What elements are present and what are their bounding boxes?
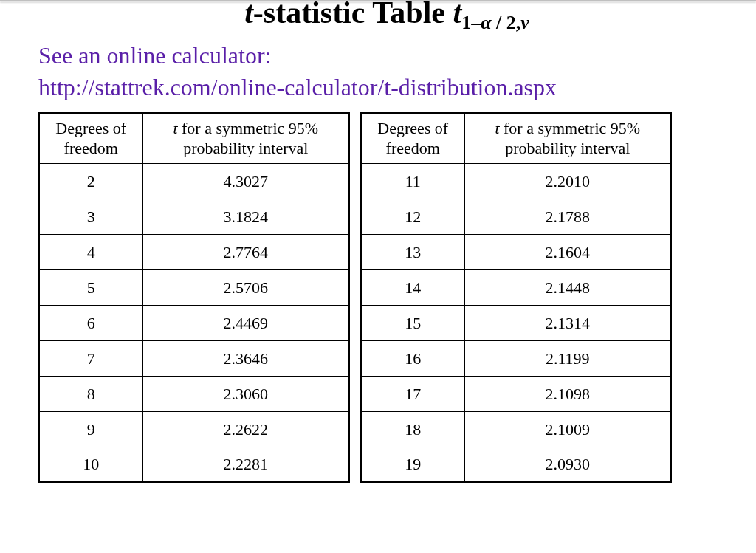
cell-df: 12 <box>361 199 464 234</box>
cell-tvalue: 2.2281 <box>142 447 349 482</box>
cell-tvalue: 2.2010 <box>464 163 671 199</box>
table-header-row: Degrees of freedom t for a symmetric 95%… <box>361 113 671 164</box>
cell-df: 6 <box>39 305 142 340</box>
table-row: 42.7764 <box>39 234 349 269</box>
col-header-tvalue-rest1: for a symmetric 95% <box>500 119 641 137</box>
cell-df: 3 <box>39 199 142 234</box>
page-title: t-statistic Table t1–α / 2,ν <box>38 0 735 34</box>
intro-line-1: See an online calculator: <box>38 40 735 72</box>
col-header-df-line2: freedom <box>386 139 440 157</box>
page-content: t-statistic Table t1–α / 2,ν See an onli… <box>0 0 756 498</box>
cell-tvalue: 2.0930 <box>464 447 671 482</box>
cell-df: 14 <box>361 269 464 305</box>
cell-df: 10 <box>39 447 142 482</box>
intro-url: http://stattrek.com/online-calculator/t-… <box>38 72 735 103</box>
cell-df: 13 <box>361 234 464 269</box>
cell-df: 15 <box>361 305 464 340</box>
cell-tvalue: 2.5706 <box>142 269 349 305</box>
cell-tvalue: 2.1098 <box>464 376 671 411</box>
table-row: 33.1824 <box>39 199 349 234</box>
col-header-df-line2: freedom <box>64 139 118 157</box>
cell-tvalue: 2.1199 <box>464 340 671 376</box>
table-row: 62.4469 <box>39 305 349 340</box>
left-tbody: 24.302733.182442.776452.570662.446972.36… <box>39 163 349 482</box>
table-row: 132.1604 <box>361 234 671 269</box>
title-sub-mid: / 2, <box>492 12 521 33</box>
table-row: 82.3060 <box>39 376 349 411</box>
cell-tvalue: 2.3060 <box>142 376 349 411</box>
cell-df: 2 <box>39 163 142 199</box>
top-rule <box>0 0 756 1</box>
t-table-left: Degrees of freedom t for a symmetric 95%… <box>38 112 350 484</box>
table-row: 172.1098 <box>361 376 671 411</box>
cell-df: 5 <box>39 269 142 305</box>
cell-tvalue: 3.1824 <box>142 199 349 234</box>
col-header-df: Degrees of freedom <box>39 113 142 164</box>
cell-df: 7 <box>39 340 142 376</box>
table-row: 112.2010 <box>361 163 671 199</box>
intro-block: See an online calculator: http://stattre… <box>38 40 735 103</box>
table-row: 72.3646 <box>39 340 349 376</box>
table-row: 92.2622 <box>39 411 349 447</box>
title-sub-nu: ν <box>520 12 529 33</box>
cell-df: 19 <box>361 447 464 482</box>
table-row: 182.1009 <box>361 411 671 447</box>
table-row: 24.3027 <box>39 163 349 199</box>
cell-df: 18 <box>361 411 464 447</box>
cell-tvalue: 4.3027 <box>142 163 349 199</box>
col-header-df-line1: Degrees of <box>377 119 448 137</box>
title-sub-t: t <box>453 0 462 30</box>
col-header-tvalue-line2: probability interval <box>505 139 630 157</box>
table-row: 52.5706 <box>39 269 349 305</box>
col-header-tvalue: t for a symmetric 95% probability interv… <box>464 113 671 164</box>
cell-tvalue: 2.7764 <box>142 234 349 269</box>
cell-tvalue: 2.1009 <box>464 411 671 447</box>
cell-df: 4 <box>39 234 142 269</box>
cell-tvalue: 2.1788 <box>464 199 671 234</box>
title-sub-open: 1– <box>461 12 481 33</box>
table-row: 192.0930 <box>361 447 671 482</box>
title-main: -statistic Table <box>253 0 453 30</box>
cell-tvalue: 2.3646 <box>142 340 349 376</box>
table-header-row: Degrees of freedom t for a symmetric 95%… <box>39 113 349 164</box>
left-table-wrap: Degrees of freedom t for a symmetric 95%… <box>38 112 350 484</box>
right-tbody: 112.2010122.1788132.1604142.1448152.1314… <box>361 163 671 482</box>
col-header-df: Degrees of freedom <box>361 113 464 164</box>
title-italic-t: t <box>244 0 253 30</box>
cell-df: 11 <box>361 163 464 199</box>
cell-df: 9 <box>39 411 142 447</box>
table-row: 122.1788 <box>361 199 671 234</box>
cell-df: 17 <box>361 376 464 411</box>
t-table-right: Degrees of freedom t for a symmetric 95%… <box>360 112 672 484</box>
table-row: 102.2281 <box>39 447 349 482</box>
col-header-tvalue: t for a symmetric 95% probability interv… <box>142 113 349 164</box>
title-subscript: 1–α / 2,ν <box>461 12 529 33</box>
cell-tvalue: 2.2622 <box>142 411 349 447</box>
cell-tvalue: 2.1314 <box>464 305 671 340</box>
cell-tvalue: 2.1448 <box>464 269 671 305</box>
cell-df: 8 <box>39 376 142 411</box>
title-sub-alpha: α <box>481 12 491 33</box>
col-header-tvalue-rest1: for a symmetric 95% <box>178 119 319 137</box>
table-row: 162.1199 <box>361 340 671 376</box>
cell-tvalue: 2.1604 <box>464 234 671 269</box>
table-row: 142.1448 <box>361 269 671 305</box>
col-header-df-line1: Degrees of <box>55 119 126 137</box>
table-row: 152.1314 <box>361 305 671 340</box>
cell-df: 16 <box>361 340 464 376</box>
col-header-tvalue-line2: probability interval <box>183 139 308 157</box>
right-table-wrap: Degrees of freedom t for a symmetric 95%… <box>360 112 672 484</box>
cell-tvalue: 2.4469 <box>142 305 349 340</box>
tables-container: Degrees of freedom t for a symmetric 95%… <box>38 112 735 484</box>
